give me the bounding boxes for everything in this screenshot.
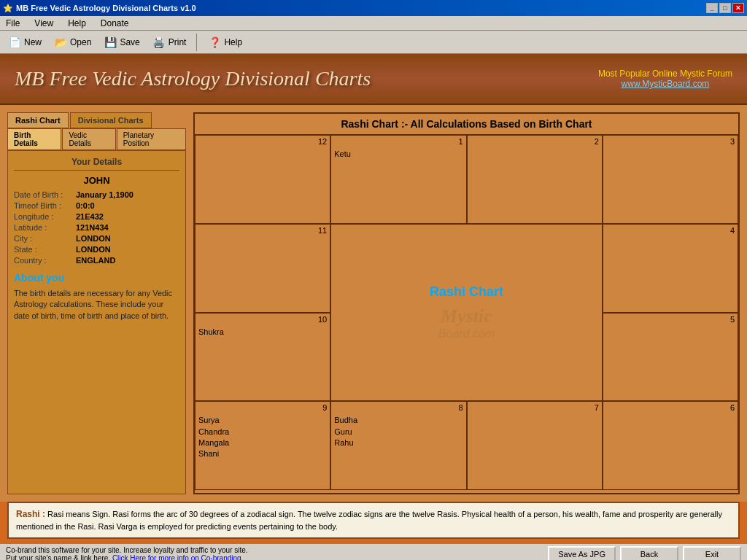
status-line1: Co-brand this software for your site. In… [6,546,248,554]
chart-title: Rashi Chart :- All Calculations Based on… [195,114,738,134]
print-icon: 🖨️ [152,35,166,50]
status-buttons: Save As JPG Back Exit [548,546,741,560]
cobrand-link[interactable]: Click Here for more info on Co-branding. [112,554,244,560]
detail-longitude: Longitude : 21E432 [14,212,179,221]
main-content: Rashi Chart Divisional Charts Birth Deta… [0,105,747,502]
chart-center: Rashi Chart Mystic Board.com [330,224,603,402]
user-name: JOHN [14,175,179,186]
rashi-chart-panel: Rashi Chart :- All Calculations Based on… [193,112,740,494]
menu-help[interactable]: Help [65,18,89,29]
rashi-chart-center-label: Rashi Chart [430,284,503,300]
maximize-button[interactable]: □ [719,3,731,13]
detail-latitude: Latitude : 121N434 [14,223,179,232]
sub-tab-planetary-position[interactable]: Planetary Position [117,128,186,150]
chart-cell-2: 2 [467,135,603,224]
toolbar-separator [196,34,197,51]
detail-state: State : LONDON [14,245,179,254]
chart-cell-12: 12 [195,135,330,224]
app-icon: ⭐ [3,4,13,13]
chart-cell-3: 3 [603,135,738,224]
menu-bar: File View Help Donate [0,16,747,31]
print-button[interactable]: 🖨️ Print [149,34,190,51]
sub-tab-birth-details[interactable]: Birth Details [7,128,61,150]
bottom-info-text: Rasi means Sign. Rasi forms the arc of 3… [16,510,722,531]
left-panel: Rashi Chart Divisional Charts Birth Deta… [7,112,186,494]
chart-cell-1: 1Ketu [330,135,466,224]
sub-tab-vedic-details[interactable]: Vedic Details [62,128,115,150]
header-right: Most Popular Online Mystic Forum www.Mys… [598,69,732,89]
chart-cell-7: 7 [467,401,603,490]
sub-tabs: Birth Details Vedic Details Planetary Po… [7,128,186,150]
menu-view[interactable]: View [31,18,56,29]
save-button[interactable]: 💾 Save [100,34,142,51]
title-bar-left: ⭐ MB Free Vedic Astrology Divisional Cha… [3,4,196,13]
main-tabs: Rashi Chart Divisional Charts [7,112,186,128]
details-title: Your Details [14,157,179,171]
chart-cell-11: 11 [195,224,330,313]
save-icon: 💾 [103,35,117,50]
menu-donate[interactable]: Donate [98,18,132,29]
detail-time-of-birth: Timeof Birth : 0:0:0 [14,201,179,210]
save-as-jpg-button[interactable]: Save As JPG [548,546,616,560]
status-left: Co-brand this software for your site. In… [6,546,248,560]
website-link[interactable]: www.MysticBoard.com [622,79,710,89]
header-banner: MB Free Vedic Astrology Divisional Chart… [0,54,747,105]
chart-grid: 121Ketu2311Rashi Chart Mystic Board.com … [195,134,738,490]
app-title: MB Free Vedic Astrology Divisional Chart… [15,67,371,90]
status-bar: Co-brand this software for your site. In… [0,543,747,561]
title-bar-text: MB Free Vedic Astrology Divisional Chart… [16,4,196,12]
toolbar: 📄 New 📂 Open 💾 Save 🖨️ Print ❓ Help [0,31,747,54]
chart-cell-10: 10Shukra [195,313,330,402]
bottom-info: Rashi : Rasi means Sign. Rasi forms the … [7,502,740,539]
exit-button[interactable]: Exit [683,546,741,560]
detail-city: City : LONDON [14,234,179,243]
chart-cell-5: 5 [603,313,738,402]
chart-cell-9: 9SuryaChandraMangalaShani [195,401,330,490]
close-button[interactable]: ✕ [732,3,744,13]
help-button[interactable]: ❓ Help [204,34,245,51]
bottom-info-title: Rashi : [16,509,45,519]
back-button[interactable]: Back [620,546,678,560]
help-icon: ❓ [207,35,222,50]
open-button[interactable]: 📂 Open [50,34,94,51]
new-icon: 📄 [7,35,22,50]
about-you-text: The birth details are necessary for any … [14,288,179,322]
about-you-title: About you [14,272,179,284]
details-panel: Your Details JOHN Date of Birth : Januar… [7,150,186,494]
detail-country: Country : ENGLAND [14,256,179,265]
new-button[interactable]: 📄 New [4,34,44,51]
minimize-button[interactable]: _ [706,3,718,13]
chart-cell-6: 6 [603,401,738,490]
title-bar: ⭐ MB Free Vedic Astrology Divisional Cha… [0,0,747,16]
menu-file[interactable]: File [3,18,23,29]
status-line2: Put your site's name & link here. Click … [6,554,248,560]
detail-date-of-birth: Date of Birth : January 1,1900 [14,190,179,199]
chart-cell-4: 4 [603,224,738,313]
tab-divisional-charts[interactable]: Divisional Charts [70,112,152,128]
title-bar-buttons: _ □ ✕ [706,3,744,13]
open-icon: 📂 [53,35,68,50]
tagline: Most Popular Online Mystic Forum [598,69,732,79]
tab-rashi-chart[interactable]: Rashi Chart [7,112,69,128]
chart-cell-8: 8BudhaGuruRahu [330,401,466,490]
